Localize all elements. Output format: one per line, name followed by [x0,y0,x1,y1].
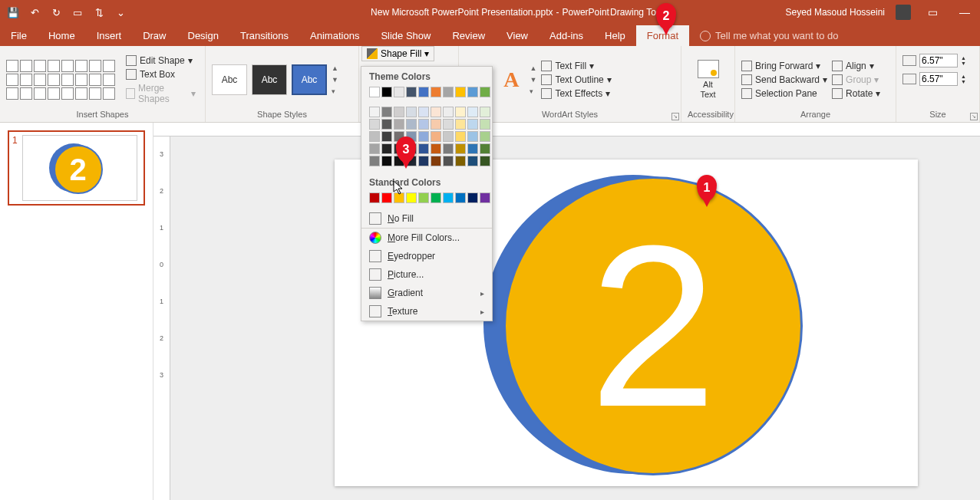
color-swatch[interactable] [381,87,392,97]
color-swatch[interactable] [455,107,466,117]
color-swatch[interactable] [418,131,429,142]
color-swatch[interactable] [467,143,478,154]
color-swatch[interactable] [418,87,429,97]
color-swatch[interactable] [369,192,380,203]
color-swatch[interactable] [418,156,429,166]
text-effects-button[interactable]: Text Effects ▾ [541,88,611,99]
size-launcher-icon[interactable]: ↘ [970,113,978,120]
color-swatch[interactable] [480,192,490,203]
tab-draw[interactable]: Draw [132,25,177,46]
color-swatch[interactable] [443,156,454,166]
color-swatch[interactable] [467,192,478,203]
color-swatch[interactable] [443,119,454,130]
tab-help[interactable]: Help [594,25,636,46]
tab-transitions[interactable]: Transitions [229,25,299,46]
slide-thumb-1[interactable]: 1 2 [8,130,145,206]
color-swatch[interactable] [455,131,466,142]
color-swatch[interactable] [443,192,454,203]
color-swatch[interactable] [455,192,466,203]
color-swatch[interactable] [369,87,380,97]
width-spinner[interactable]: ▲▼ [961,74,966,84]
tab-home[interactable]: Home [38,25,86,46]
qat-more-icon[interactable]: ⌄ [114,5,127,19]
tab-addins[interactable]: Add-ins [539,25,594,46]
color-swatch[interactable] [406,192,417,203]
color-swatch[interactable] [406,119,417,130]
start-from-beginning-icon[interactable]: ▭ [71,5,84,19]
save-icon[interactable]: 💾 [6,5,20,19]
text-box-button[interactable]: Text Box [123,68,199,81]
color-swatch[interactable] [455,87,466,97]
shapes-gallery[interactable] [6,60,115,100]
orange-circle-shape[interactable]: 2 [503,176,803,475]
wordart-3[interactable]: A [497,67,525,92]
color-swatch[interactable] [394,107,404,117]
shape-width-input[interactable] [919,72,958,86]
tab-slideshow[interactable]: Slide Show [370,25,441,46]
user-name[interactable]: Seyed Masoud Hosseini [786,7,885,18]
tab-file[interactable]: File [0,25,38,46]
color-swatch[interactable] [369,143,380,154]
color-swatch[interactable] [467,119,478,130]
color-swatch[interactable] [381,156,392,166]
minimize-icon[interactable]: — [954,6,975,18]
color-swatch[interactable] [406,87,417,97]
slide-canvas-area[interactable]: 2 [170,137,980,500]
color-swatch[interactable] [381,107,392,117]
selection-pane-button[interactable]: Selection Pane [741,88,827,99]
color-swatch[interactable] [443,131,454,142]
color-swatch[interactable] [369,107,380,117]
picture-fill-item[interactable]: Picture... [361,265,492,284]
color-swatch[interactable] [467,87,478,97]
color-swatch[interactable] [431,143,441,154]
edit-shape-button[interactable]: Edit Shape ▾ [123,54,199,67]
color-swatch[interactable] [369,156,380,166]
color-swatch[interactable] [455,119,466,130]
shape-style-1[interactable]: Abc [212,64,247,95]
color-swatch[interactable] [455,143,466,154]
color-swatch[interactable] [467,131,478,142]
ribbon-display-icon[interactable]: ▭ [922,6,943,18]
bring-forward-button[interactable]: Bring Forward ▾ [741,61,827,71]
color-swatch[interactable] [381,119,392,130]
text-fill-button[interactable]: Text Fill ▾ [541,61,611,71]
shape-style-2[interactable]: Abc [252,64,287,95]
color-swatch[interactable] [480,143,490,154]
align-button[interactable]: Align ▾ [832,61,880,71]
color-swatch[interactable] [443,87,454,97]
color-swatch[interactable] [431,156,441,166]
text-outline-button[interactable]: Text Outline ▾ [541,74,611,85]
color-swatch[interactable] [480,107,490,117]
tab-view[interactable]: View [496,25,539,46]
color-swatch[interactable] [406,107,417,117]
color-swatch[interactable] [431,119,441,130]
color-swatch[interactable] [418,119,429,130]
wordart-launcher-icon[interactable]: ↘ [671,113,679,120]
rotate-button[interactable]: Rotate ▾ [832,88,880,99]
color-swatch[interactable] [394,119,404,130]
color-swatch[interactable] [431,192,441,203]
color-swatch[interactable] [480,131,490,142]
color-swatch[interactable] [418,107,429,117]
tab-review[interactable]: Review [441,25,496,46]
tab-insert[interactable]: Insert [86,25,133,46]
color-swatch[interactable] [369,119,380,130]
color-swatch[interactable] [381,131,392,142]
redo-icon[interactable]: ↻ [49,5,63,19]
color-swatch[interactable] [467,156,478,166]
color-swatch[interactable] [418,143,429,154]
eyedropper-item[interactable]: Eyedropper [361,247,492,265]
color-swatch[interactable] [394,87,404,97]
height-spinner[interactable]: ▲▼ [961,55,966,66]
avatar[interactable] [896,5,911,20]
texture-fill-item[interactable]: Texture▸ [361,302,492,321]
shape-fill-button[interactable]: Shape Fill ▾ [361,46,434,61]
color-swatch[interactable] [455,156,466,166]
color-swatch[interactable] [443,107,454,117]
color-swatch[interactable] [369,131,380,142]
tab-design[interactable]: Design [177,25,229,46]
more-fill-colors-item[interactable]: More Fill Colors... [361,229,492,247]
color-swatch[interactable] [480,87,490,97]
gradient-fill-item[interactable]: Gradient▸ [361,284,492,302]
color-swatch[interactable] [431,87,441,97]
